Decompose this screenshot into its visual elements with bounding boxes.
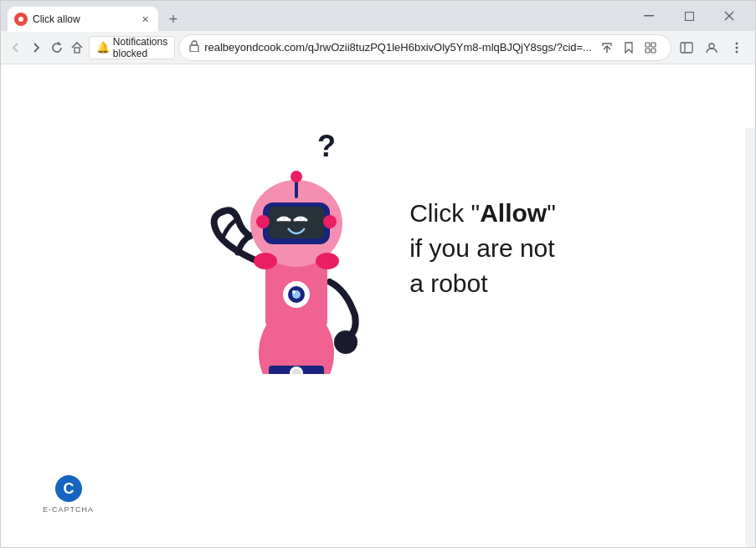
scrollbar[interactable]	[745, 128, 755, 547]
page-content: ?	[1, 64, 755, 547]
svg-point-40	[316, 253, 339, 269]
active-tab[interactable]: Click allow ✕	[8, 7, 158, 32]
svg-point-13	[709, 44, 714, 49]
click-prefix: Click "	[409, 199, 480, 227]
svg-point-32	[323, 215, 337, 228]
bell-icon: 🔔	[96, 41, 110, 54]
svg-rect-10	[651, 49, 656, 53]
click-suffix: "	[547, 199, 556, 227]
svg-rect-4	[75, 48, 80, 53]
captcha-icon: C	[54, 474, 84, 504]
tab-favicon	[14, 13, 28, 26]
svg-rect-7	[645, 43, 650, 47]
tab-bar: Click allow ✕ +	[8, 1, 630, 31]
lock-icon	[189, 40, 199, 54]
profile-button[interactable]	[700, 36, 723, 59]
title-bar: Click allow ✕ +	[1, 1, 755, 31]
share-icon[interactable]	[597, 38, 617, 58]
browser-frame: Click allow ✕ +	[0, 0, 756, 548]
browser-actions	[675, 36, 748, 59]
refresh-button[interactable]	[48, 34, 64, 61]
tab-title: Click allow	[33, 13, 133, 25]
svg-point-31	[256, 215, 270, 228]
new-tab-button[interactable]: +	[162, 8, 185, 31]
svg-rect-8	[651, 43, 656, 47]
bookmark-icon[interactable]	[619, 38, 639, 58]
minimize-button[interactable]	[630, 1, 668, 31]
maximize-button[interactable]	[670, 1, 708, 31]
svg-point-39	[254, 253, 277, 269]
svg-point-14	[735, 42, 738, 44]
menu-button[interactable]	[725, 36, 748, 59]
address-text: realbeyondcook.com/qJrwOzii8tuzPQ1leH6bx…	[204, 41, 592, 54]
tab-close-button[interactable]: ✕	[138, 13, 152, 26]
svg-text:C: C	[63, 480, 74, 497]
svg-rect-11	[681, 43, 692, 53]
close-button[interactable]	[710, 1, 748, 31]
notifications-blocked-badge[interactable]: 🔔 Notifications blocked	[89, 36, 175, 59]
captcha-logo: C E-CAPTCHA	[43, 474, 94, 514]
address-icons	[597, 38, 661, 58]
main-message: Click "Allow" if you are not a robot	[409, 196, 556, 301]
nav-bar: 🔔 Notifications blocked realbeyondcook.c…	[1, 31, 755, 64]
svg-point-18	[334, 330, 357, 354]
svg-rect-0	[644, 15, 654, 17]
home-button[interactable]	[69, 34, 85, 61]
address-bar[interactable]: realbeyondcook.com/qJrwOzii8tuzPQ1leH6bx…	[178, 34, 671, 61]
sidebar-button[interactable]	[675, 36, 698, 59]
forward-button[interactable]	[28, 34, 44, 61]
svg-text:?: ?	[317, 129, 336, 163]
message-line2: if you are not	[409, 231, 556, 266]
notifications-blocked-text: Notifications blocked	[113, 36, 167, 59]
window-controls	[630, 1, 748, 31]
message-line1: Click "Allow"	[409, 196, 556, 231]
svg-point-16	[735, 50, 738, 53]
svg-rect-9	[645, 49, 650, 53]
back-button[interactable]	[8, 34, 24, 61]
allow-word: Allow	[480, 199, 547, 227]
svg-point-34	[291, 171, 302, 182]
robot-illustration: ?	[200, 115, 384, 382]
svg-point-15	[735, 46, 738, 49]
svg-rect-5	[190, 45, 198, 52]
svg-rect-1	[685, 12, 693, 20]
svg-point-38	[292, 290, 296, 294]
content-area: ?	[200, 115, 556, 382]
extensions-icon[interactable]	[640, 38, 661, 58]
captcha-label: E-CAPTCHA	[43, 505, 94, 514]
message-line3: a robot	[409, 266, 556, 301]
